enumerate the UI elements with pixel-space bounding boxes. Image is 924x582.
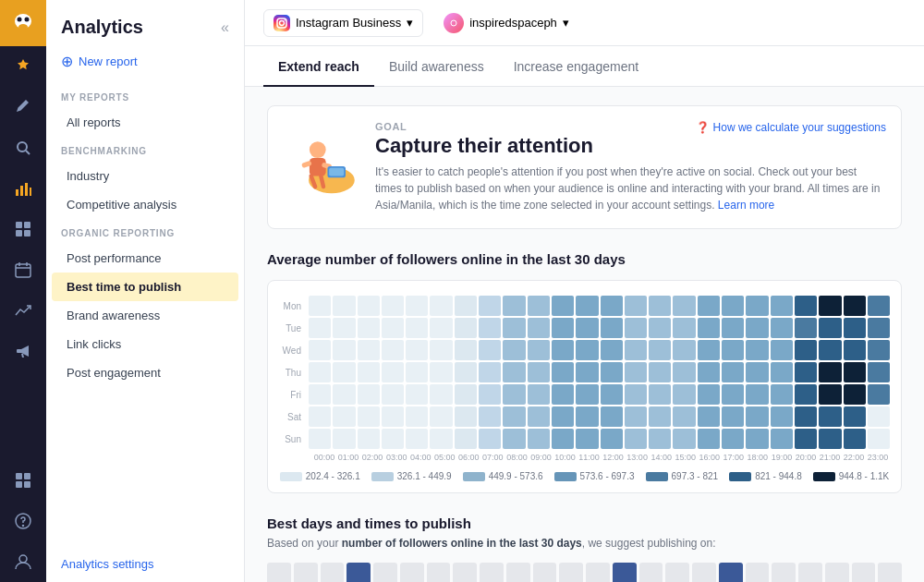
nav-profile[interactable]: [0, 541, 46, 582]
nav-apps[interactable]: [0, 460, 46, 501]
best-day-bar: [878, 563, 902, 582]
time-label: 11:00: [578, 453, 602, 462]
heatmap-cell: [528, 362, 550, 382]
platform-selector[interactable]: Instagram Business ▾: [263, 9, 423, 37]
sidebar: Analytics « ⊕ New report MY REPORTS All …: [46, 0, 245, 582]
heatmap-cell: [503, 429, 525, 449]
legend-label: 821 - 944.8: [755, 471, 802, 481]
heatmap-cell: [601, 296, 623, 316]
heatmap-cell: [673, 362, 695, 382]
learn-more-link[interactable]: Learn more: [718, 199, 774, 212]
best-day-bar: [798, 563, 822, 582]
heatmap-cell: [552, 406, 574, 427]
nav-grid[interactable]: [0, 209, 46, 249]
heatmap-cell: [358, 406, 380, 427]
nav-megaphone[interactable]: [0, 331, 46, 371]
sidebar-item-best-time[interactable]: Best time to publish: [52, 273, 238, 301]
heatmap-row: Mon: [279, 296, 890, 316]
heatmap-cell: [528, 406, 550, 427]
heatmap-cell: [309, 384, 331, 405]
heatmap-cell: [673, 340, 695, 360]
heatmap-cell: [795, 362, 817, 382]
heatmap-cell: [430, 340, 452, 360]
heatmap-cell: [382, 406, 404, 427]
tab-extend-reach[interactable]: Extend reach: [263, 46, 374, 87]
heatmap-cell: [358, 340, 380, 360]
best-days-desc: Based on your number of followers online…: [267, 537, 902, 550]
heatmap-cell: [479, 384, 501, 405]
heatmap-day-label: Fri: [279, 390, 307, 400]
time-label: 14:00: [650, 453, 674, 462]
legend-item: 326.1 - 449.9: [371, 471, 452, 481]
section-label-my-reports: MY REPORTS: [46, 83, 244, 108]
heatmap-cell: [649, 384, 671, 405]
heatmap-cell: [503, 406, 525, 427]
nav-growth[interactable]: [0, 290, 46, 331]
heatmap-legend: 202.4 - 326.1326.1 - 449.9449.9 - 573.65…: [279, 471, 890, 481]
heatmap-cell: [771, 362, 793, 382]
time-label: 01:00: [336, 453, 360, 462]
legend-item: 821 - 944.8: [729, 471, 802, 481]
svg-rect-20: [24, 473, 30, 479]
heatmap-cell: [479, 362, 501, 382]
heatmap-cell: [649, 318, 671, 338]
goal-illustration: [286, 121, 360, 199]
heatmap-row: Fri: [279, 384, 890, 405]
section-label-benchmarking: BENCHMARKING: [46, 137, 244, 162]
heatmap-cell: [382, 318, 404, 338]
heatmap-cell: [455, 362, 477, 382]
legend-label: 202.4 - 326.1: [306, 471, 360, 481]
new-report-button[interactable]: ⊕ New report: [46, 47, 244, 83]
account-name: inspiredspaceph: [469, 16, 557, 30]
svg-point-2: [25, 18, 30, 22]
heatmap-cell: [406, 318, 428, 338]
tab-increase-engagement[interactable]: Increase engagement: [499, 46, 653, 87]
new-report-icon: ⊕: [61, 53, 73, 70]
nav-calendar[interactable]: [0, 249, 46, 290]
nav-edit[interactable]: [0, 87, 46, 127]
heatmap-cell: [722, 340, 744, 360]
heatmap-cell: [576, 429, 598, 449]
heatmap-cell: [528, 340, 550, 360]
heatmap-cell: [576, 340, 598, 360]
heatmap-cell: [552, 362, 574, 382]
heatmap-cell: [746, 362, 768, 382]
nav-trophy[interactable]: [0, 46, 46, 87]
svg-line-39: [321, 176, 323, 188]
heatmap-cell: [528, 318, 550, 338]
sidebar-item-industry[interactable]: Industry: [52, 162, 238, 190]
nav-analytics[interactable]: [0, 168, 46, 209]
sidebar-collapse-button[interactable]: «: [221, 19, 229, 36]
heatmap-cell: [698, 340, 720, 360]
analytics-settings-link[interactable]: Analytics settings: [46, 546, 244, 582]
sidebar-item-brand-awareness[interactable]: Brand awareness: [52, 301, 238, 330]
heatmap-cell: [333, 296, 355, 316]
calc-link[interactable]: ❓ How we calculate your suggestions: [696, 121, 886, 134]
nav-help[interactable]: [0, 501, 46, 541]
sidebar-item-link-clicks[interactable]: Link clicks: [52, 330, 238, 358]
heatmap-cell: [552, 296, 574, 316]
heatmap-cell: [576, 318, 598, 338]
best-day-bar: [665, 563, 689, 582]
sidebar-item-post-performance[interactable]: Post performance: [52, 244, 238, 273]
time-label: 22:00: [842, 453, 866, 462]
heatmap-cell: [430, 362, 452, 382]
best-day-bar: [746, 563, 770, 582]
sidebar-item-all-reports[interactable]: All reports: [52, 108, 238, 137]
sidebar-item-competitive-analysis[interactable]: Competitive analysis: [52, 190, 238, 219]
heatmap-cell: [601, 406, 623, 427]
account-selector[interactable]: inspiredspaceph ▾: [434, 8, 578, 38]
nav-search[interactable]: [0, 127, 46, 168]
heatmap-cell: [503, 296, 525, 316]
tab-build-awareness[interactable]: Build awareness: [374, 46, 499, 87]
svg-point-24: [23, 526, 24, 527]
heatmap-cell: [625, 296, 647, 316]
heatmap-cell: [746, 429, 768, 449]
heatmap-time-labels: 00:0001:0002:0003:0004:0005:0006:0007:00…: [312, 453, 890, 462]
best-day-bar: [613, 563, 637, 582]
best-day-bar: [692, 563, 716, 582]
heatmap-cell: [552, 340, 574, 360]
sidebar-item-post-engagement[interactable]: Post engagement: [52, 358, 238, 387]
heatmap-cell: [795, 340, 817, 360]
heatmap-cell: [406, 429, 428, 449]
